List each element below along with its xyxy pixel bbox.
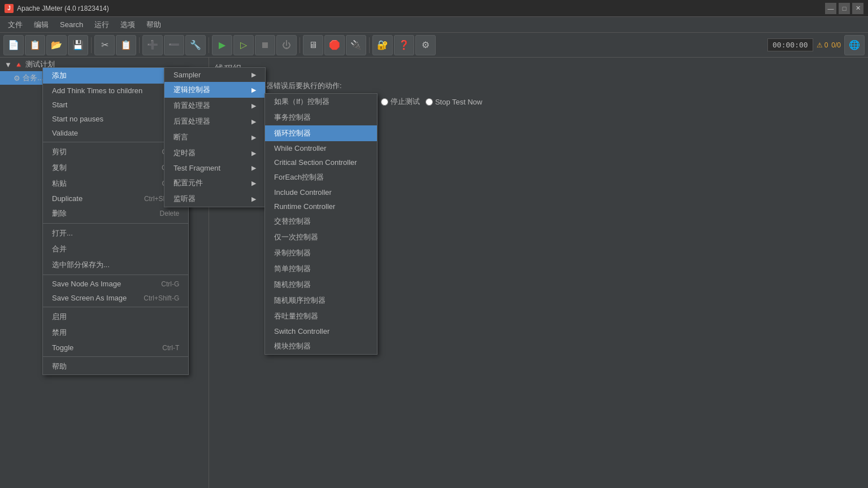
ctx-enable[interactable]: 启用: [43, 309, 188, 325]
ssl-button[interactable]: 🔐: [372, 35, 393, 55]
ctx-throughput-controller[interactable]: 吞吐量控制器: [265, 308, 377, 324]
ctx-save-screen-image[interactable]: Save Screen As Image Ctrl+Shift-G: [43, 291, 188, 305]
stop-button[interactable]: ⏹: [255, 35, 275, 55]
ctx-logic-controller[interactable]: 逻辑控制器 ▶: [164, 82, 265, 98]
ctx-critical-section-controller[interactable]: Critical Section Controller: [265, 155, 377, 169]
radio-stop-test-now-label: Stop Test Now: [435, 98, 483, 106]
menu-search[interactable]: Search: [54, 18, 89, 31]
ctx-random-controller-label: 随机控制器: [274, 280, 311, 290]
ctx-loop-controller[interactable]: 循环控制器: [265, 125, 377, 141]
ctx-assertion-arrow: ▶: [251, 134, 256, 141]
ctx-random-order-controller[interactable]: 随机顺序控制器: [265, 293, 377, 308]
remote-stop-button[interactable]: 🛑: [324, 35, 345, 55]
cut-button[interactable]: ✂: [94, 35, 115, 55]
radio-stop-test[interactable]: 停止测试: [381, 97, 420, 107]
ctx-config-element[interactable]: 配置元件 ▶: [164, 175, 265, 191]
ctx-sampler[interactable]: Sampler ▶: [164, 68, 265, 82]
ctx-delete[interactable]: 删除 Delete: [43, 206, 188, 221]
ctx-pre-processor[interactable]: 前置处理器 ▶: [164, 98, 265, 114]
new-button[interactable]: 📄: [3, 35, 24, 55]
ctx-simple-controller[interactable]: 简单控制器: [265, 261, 377, 277]
ctx-test-fragment[interactable]: Test Fragment ▶: [164, 161, 265, 175]
ctx-listener[interactable]: 监听器 ▶: [164, 191, 265, 207]
ctx-help[interactable]: 帮助: [43, 359, 188, 374]
ctx-sep-2: [43, 223, 188, 224]
menu-file[interactable]: 文件: [2, 18, 28, 32]
start-no-pause-button[interactable]: ▷: [233, 35, 254, 55]
remote-start-button[interactable]: 🖥: [303, 35, 323, 55]
ctx-save-selection[interactable]: 选中部分保存为...: [43, 257, 188, 273]
copy-button[interactable]: 📋: [116, 35, 136, 55]
minimize-button[interactable]: —: [825, 3, 836, 14]
menu-run[interactable]: 运行: [89, 18, 115, 32]
ctx-validate-label: Validate: [52, 129, 78, 137]
settings-button[interactable]: ⚙: [415, 35, 436, 55]
ctx-open[interactable]: 打开...: [43, 225, 188, 241]
ctx-if-controller-label: 如果（If）控制器: [274, 97, 329, 107]
chart-button[interactable]: 🌐: [844, 35, 865, 55]
menu-help[interactable]: 帮助: [141, 18, 167, 32]
radio-stop-test-input[interactable]: [381, 98, 388, 106]
ctx-post-processor-arrow: ▶: [251, 118, 256, 125]
ctx-runtime-controller-label: Runtime Controller: [274, 202, 335, 211]
ctx-pre-processor-label: 前置处理器: [173, 101, 210, 111]
ctx-module-controller-label: 模块控制器: [274, 341, 311, 351]
ctx-random-order-controller-label: 随机顺序控制器: [274, 295, 326, 306]
ctx-once-only-controller[interactable]: 仅一次控制器: [265, 229, 377, 245]
ctx-foreach-controller-label: ForEach控制器: [274, 172, 324, 182]
start-button[interactable]: ▶: [212, 35, 232, 55]
ctx-include-controller-label: Include Controller: [274, 188, 332, 197]
ctx-timer[interactable]: 定时器 ▶: [164, 145, 265, 161]
ctx-toggle-shortcut: Ctrl-T: [162, 344, 179, 352]
ctx-merge[interactable]: 合并: [43, 241, 188, 257]
ctx-once-only-controller-label: 仅一次控制器: [274, 232, 318, 242]
ctx-transaction-controller[interactable]: 事务控制器: [265, 110, 377, 125]
radio-stop-test-label: 停止测试: [390, 97, 420, 107]
ratio-badge: 0/0: [831, 41, 841, 49]
ctx-random-controller[interactable]: 随机控制器: [265, 277, 377, 293]
ctx-if-controller[interactable]: 如果（If）控制器: [265, 94, 377, 110]
close-button[interactable]: ✕: [852, 3, 863, 14]
ctx-assertion[interactable]: 断言 ▶: [164, 129, 265, 145]
radio-stop-test-now-input[interactable]: [426, 98, 433, 106]
clear-button[interactable]: 🔧: [185, 35, 206, 55]
menu-edit[interactable]: 编辑: [28, 18, 54, 32]
ctx-record-controller[interactable]: 录制控制器: [265, 245, 377, 261]
app-icon: J: [5, 4, 14, 13]
ctx-interleave-controller[interactable]: 交替控制器: [265, 213, 377, 229]
tree-arrow: ▼: [5, 60, 12, 69]
ctx-transaction-controller-label: 事务控制器: [274, 112, 311, 123]
ctx-switch-controller[interactable]: Switch Controller: [265, 324, 377, 338]
menu-options[interactable]: 选项: [115, 18, 141, 32]
ctx-runtime-controller[interactable]: Runtime Controller: [265, 199, 377, 213]
ctx-save-node-image-shortcut: Ctrl-G: [161, 280, 179, 288]
maximize-button[interactable]: □: [839, 3, 850, 14]
toolbar-sep-5: [369, 37, 370, 53]
ctx-merge-label: 合并: [52, 244, 67, 254]
template-button[interactable]: 📋: [25, 35, 45, 55]
ctx-post-processor[interactable]: 后置处理器 ▶: [164, 114, 265, 129]
ctx-toggle[interactable]: Toggle Ctrl-T: [43, 341, 188, 355]
toolbar: 📄 📋 📂 💾 ✂ 📋 ➕ ➖ 🔧 ▶ ▷ ⏹ ⏻ 🖥 🛑 🔌 🔐 ❓ ⚙ 00…: [0, 33, 868, 58]
ctx-config-element-label: 配置元件: [173, 178, 203, 188]
ctx-module-controller[interactable]: 模块控制器: [265, 338, 377, 354]
ctx-while-controller[interactable]: While Controller: [265, 141, 377, 155]
save-button[interactable]: 💾: [68, 35, 88, 55]
toolbar-right: 00:00:00 ⚠ 0 0/0 🌐: [767, 35, 865, 55]
ctx-disable[interactable]: 禁用: [43, 325, 188, 341]
add-button[interactable]: ➕: [142, 35, 163, 55]
shutdown-button[interactable]: ⏻: [276, 35, 297, 55]
ctx-open-label: 打开...: [52, 228, 73, 238]
ctx-include-controller[interactable]: Include Controller: [265, 185, 377, 199]
ctx-save-node-image[interactable]: Save Node As Image Ctrl-G: [43, 277, 188, 291]
remove-button[interactable]: ➖: [164, 35, 184, 55]
ctx-logic-controller-label: 逻辑控制器: [173, 85, 210, 95]
remote-shutdown-button[interactable]: 🔌: [346, 35, 366, 55]
timer-display: 00:00:00: [767, 38, 813, 51]
ctx-enable-label: 启用: [52, 312, 67, 322]
help-button[interactable]: ❓: [394, 35, 414, 55]
open-button[interactable]: 📂: [46, 35, 67, 55]
ctx-save-selection-label: 选中部分保存为...: [52, 260, 110, 270]
ctx-foreach-controller[interactable]: ForEach控制器: [265, 169, 377, 185]
radio-stop-test-now[interactable]: Stop Test Now: [426, 98, 483, 106]
